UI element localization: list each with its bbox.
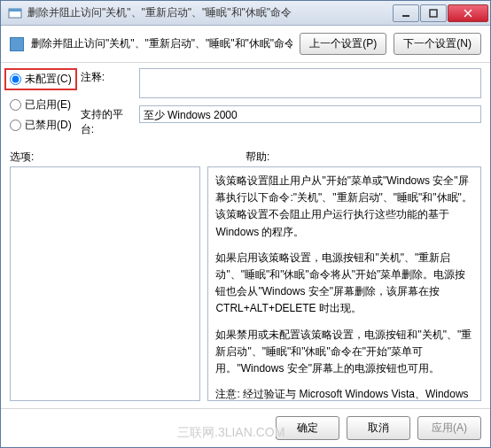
config-section: 未配置(C) 已启用(E) 已禁用(D) 注释: 支持的平台: <box>1 63 490 146</box>
help-label: 帮助: <box>246 150 481 165</box>
policy-icon <box>10 37 24 51</box>
minimize-button[interactable] <box>393 4 419 22</box>
policy-editor-window: 删除并阻止访问"关机"、"重新启动"、"睡眠"和"休眠"命令 删除并阻止访问"关… <box>0 0 491 448</box>
radio-not-configured[interactable]: 未配置(C) <box>4 68 77 90</box>
header-bar: 删除并阻止访问"关机"、"重新启动"、"睡眠"和"休眠"命令 上一个设置(P) … <box>1 26 490 63</box>
radio-enabled[interactable]: 已启用(E) <box>10 97 72 112</box>
footer: 确定 取消 应用(A) <box>1 408 490 447</box>
help-p1: 该策略设置阻止用户从"开始"菜单或"Windows 安全"屏幕执行以下命令:"关… <box>215 173 473 241</box>
close-button[interactable] <box>448 4 488 22</box>
options-label: 选项: <box>10 150 246 165</box>
radio-not-configured-input[interactable] <box>10 73 21 85</box>
radio-not-configured-label: 未配置(C) <box>25 72 72 87</box>
svg-rect-1 <box>9 9 21 12</box>
prev-setting-button[interactable]: 上一个设置(P) <box>300 33 386 55</box>
comment-input[interactable] <box>139 68 481 98</box>
comment-label: 注释: <box>81 68 134 98</box>
window-title: 删除并阻止访问"关机"、"重新启动"、"睡眠"和"休眠"命令 <box>27 5 393 20</box>
platform-label: 支持的平台: <box>81 105 134 137</box>
cancel-button[interactable]: 取消 <box>347 416 410 440</box>
options-pane[interactable] <box>10 166 200 401</box>
help-p2: 如果启用该策略设置，电源按钮和"关机"、"重新启动"、"睡眠"和"休眠"命令将从… <box>215 250 473 318</box>
help-p4: 注意: 经过验证与 Microsoft Windows Vista、Window… <box>215 386 473 401</box>
titlebar[interactable]: 删除并阻止访问"关机"、"重新启动"、"睡眠"和"休眠"命令 <box>1 1 490 26</box>
content-panes: 该策略设置阻止用户从"开始"菜单或"Windows 安全"屏幕执行以下命令:"关… <box>1 166 490 408</box>
app-icon <box>8 6 22 20</box>
window-controls <box>393 4 488 22</box>
ok-button[interactable]: 确定 <box>276 416 339 440</box>
svg-rect-3 <box>430 10 437 17</box>
mid-labels: 选项: 帮助: <box>1 146 490 166</box>
radio-disabled-label: 已禁用(D) <box>25 118 72 133</box>
fields: 注释: 支持的平台: <box>81 68 481 137</box>
help-pane[interactable]: 该策略设置阻止用户从"开始"菜单或"Windows 安全"屏幕执行以下命令:"关… <box>207 166 481 401</box>
platform-value <box>139 105 481 123</box>
help-p3: 如果禁用或未配置该策略设置，电源按钮和"关机"、"重新启动"、"睡眠"和"休眠"… <box>215 327 473 378</box>
next-setting-button[interactable]: 下一个设置(N) <box>394 33 481 55</box>
policy-title: 删除并阻止访问"关机"、"重新启动"、"睡眠"和"休眠"命令 <box>31 36 292 51</box>
maximize-button[interactable] <box>420 4 447 22</box>
radio-enabled-input[interactable] <box>10 99 21 111</box>
radio-enabled-label: 已启用(E) <box>25 97 71 112</box>
radio-disabled-input[interactable] <box>10 120 21 131</box>
state-radios: 未配置(C) 已启用(E) 已禁用(D) <box>10 68 72 137</box>
apply-button[interactable]: 应用(A) <box>417 416 481 440</box>
radio-disabled[interactable]: 已禁用(D) <box>10 118 72 133</box>
